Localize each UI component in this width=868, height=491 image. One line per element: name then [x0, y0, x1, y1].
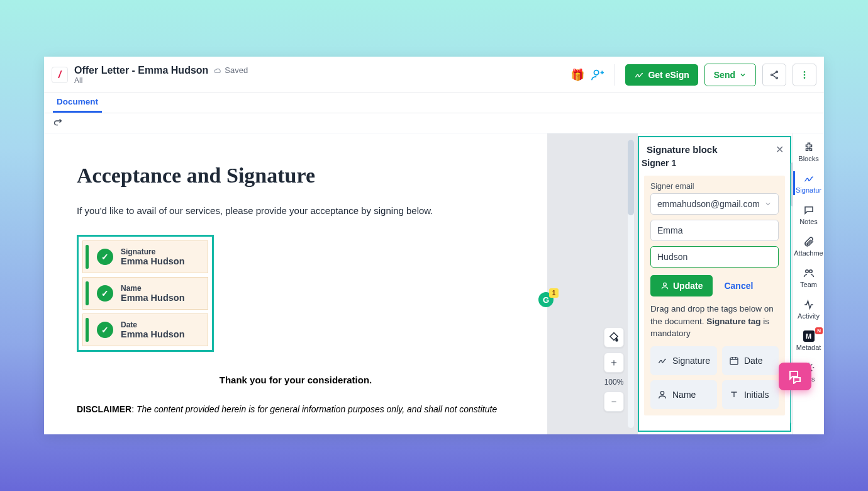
- zoom-in-button[interactable]: ＋: [604, 353, 624, 373]
- rail-notes[interactable]: Notes: [793, 200, 824, 229]
- svg-point-9: [660, 391, 664, 394]
- person-icon: [660, 281, 669, 290]
- document-subtitle: All: [74, 76, 564, 85]
- svg-point-11: [809, 270, 812, 273]
- tag-name-label: Name: [672, 390, 696, 400]
- get-esign-label: Get eSign: [648, 70, 689, 80]
- rail-team[interactable]: Team: [793, 263, 824, 292]
- update-label: Update: [673, 281, 703, 291]
- update-button[interactable]: Update: [650, 275, 713, 296]
- sig-label: Name: [121, 284, 185, 293]
- send-button[interactable]: Send: [704, 64, 756, 86]
- cancel-button[interactable]: Cancel: [724, 281, 753, 291]
- top-actions: 🎁 Get eSign Send: [570, 64, 816, 86]
- rail-label: Team: [800, 281, 817, 288]
- svg-rect-8: [730, 358, 738, 364]
- first-name-input[interactable]: [650, 220, 779, 241]
- metadata-icon: M: [803, 330, 815, 342]
- signature-field-name[interactable]: ✓ Name Emma Hudson: [82, 277, 208, 310]
- sig-value: Emma Hudson: [121, 256, 185, 266]
- tag-date[interactable]: Date: [722, 346, 779, 375]
- last-name-input[interactable]: [650, 246, 779, 268]
- rail-blocks[interactable]: Blocks: [793, 137, 824, 166]
- disclaimer-title: DISCLAIMER: [77, 404, 131, 414]
- canvas-tools: ＋ 100% －: [604, 327, 624, 412]
- svg-point-6: [804, 77, 806, 79]
- new-badge: N: [815, 327, 823, 334]
- disclaimer-body: The content provided herein is for gener…: [136, 404, 497, 414]
- svg-point-10: [805, 270, 808, 273]
- person-icon: [657, 390, 667, 400]
- fill-tool[interactable]: [604, 327, 624, 347]
- rail-label: Blocks: [798, 155, 818, 162]
- get-esign-button[interactable]: Get eSign: [625, 64, 698, 86]
- tab-row: Document: [44, 93, 824, 113]
- signature-icon: [803, 172, 815, 185]
- puzzle-icon: [803, 141, 815, 154]
- intro-text: If you'd like to avail of our services, …: [77, 205, 515, 216]
- redo-icon[interactable]: [53, 117, 63, 130]
- canvas: Acceptance and Signature If you'd like t…: [44, 133, 638, 434]
- rail-label: Signatur: [796, 186, 821, 194]
- signer-heading: Signer 1: [642, 158, 790, 168]
- cloud-icon: [213, 66, 222, 75]
- team-icon: [803, 267, 815, 279]
- svg-point-7: [664, 283, 667, 286]
- check-circle-icon: ✓: [97, 322, 113, 338]
- svg-point-0: [594, 70, 599, 74]
- close-icon[interactable]: ✕: [776, 144, 784, 155]
- tag-initials[interactable]: Initials: [722, 380, 779, 409]
- document-saved-status: Saved: [213, 65, 248, 75]
- signature-field-date[interactable]: ✓ Date Emma Hudson: [82, 313, 208, 346]
- signer-email-select[interactable]: emmahudson@gmail.com: [650, 193, 779, 215]
- sig-value: Emma Hudson: [121, 329, 185, 339]
- signature-icon: [634, 70, 644, 80]
- gift-icon[interactable]: 🎁: [570, 68, 584, 82]
- tag-name[interactable]: Name: [650, 380, 717, 409]
- signature-block-panel: Signature block ✕ Signer 1 Signer email …: [638, 136, 791, 432]
- page-heading: Acceptance and Signature: [77, 164, 515, 188]
- disclaimer-sep: :: [131, 404, 136, 414]
- more-menu-button[interactable]: [793, 64, 816, 86]
- saved-label: Saved: [225, 65, 248, 75]
- tab-document[interactable]: Document: [53, 93, 102, 113]
- grammarly-glyph: G: [543, 295, 549, 305]
- sig-label: Signature: [121, 247, 185, 256]
- chat-icon: [803, 204, 815, 217]
- canvas-scrollbar-thumb[interactable]: [628, 140, 634, 215]
- grammarly-count: 1: [549, 288, 559, 298]
- rail-attachments[interactable]: Attachme: [793, 232, 824, 261]
- accent-bar: [86, 281, 89, 305]
- rail-label: Attachme: [794, 249, 823, 257]
- tag-initials-label: Initials: [744, 390, 769, 400]
- send-label: Send: [714, 70, 735, 80]
- rail-signatures[interactable]: Signatur: [793, 169, 824, 198]
- divider: [615, 64, 615, 86]
- chat-fab[interactable]: [779, 363, 811, 390]
- signature-field-signature[interactable]: ✓ Signature Emma Hudson: [82, 240, 208, 273]
- signature-group: ✓ Signature Emma Hudson ✓ Name Emma Huds…: [77, 235, 214, 352]
- document-meta: Offer Letter - Emma Hudson Saved All: [74, 65, 564, 85]
- share-button[interactable]: [762, 64, 786, 86]
- add-user-icon[interactable]: [591, 68, 604, 82]
- tag-date-label: Date: [744, 356, 763, 366]
- tag-signature[interactable]: Signature: [650, 346, 717, 375]
- check-circle-icon: ✓: [97, 285, 113, 302]
- check-circle-icon: ✓: [97, 249, 113, 265]
- topbar: / Offer Letter - Emma Hudson Saved All 🎁…: [44, 57, 824, 93]
- chat-bubbles-icon: [787, 369, 803, 384]
- zoom-out-button[interactable]: －: [604, 392, 624, 412]
- app-frame: / Offer Letter - Emma Hudson Saved All 🎁…: [44, 57, 824, 434]
- grammarly-badge[interactable]: G 1: [538, 292, 554, 307]
- thankyou-text: Thank you for your consideration.: [77, 375, 515, 385]
- paperclip-icon: [803, 235, 815, 248]
- zoom-level: 100%: [604, 378, 624, 387]
- rail-activity[interactable]: Activity: [793, 295, 824, 324]
- tag-signature-label: Signature: [672, 356, 710, 366]
- svg-point-2: [771, 74, 773, 76]
- activity-icon: [803, 298, 815, 311]
- svg-point-1: [776, 71, 778, 73]
- document-page[interactable]: Acceptance and Signature If you'd like t…: [44, 133, 547, 434]
- rail-metadata[interactable]: N M Metadat: [793, 326, 824, 355]
- signer-box: Signer email emmahudson@gmail.com Update…: [644, 176, 785, 415]
